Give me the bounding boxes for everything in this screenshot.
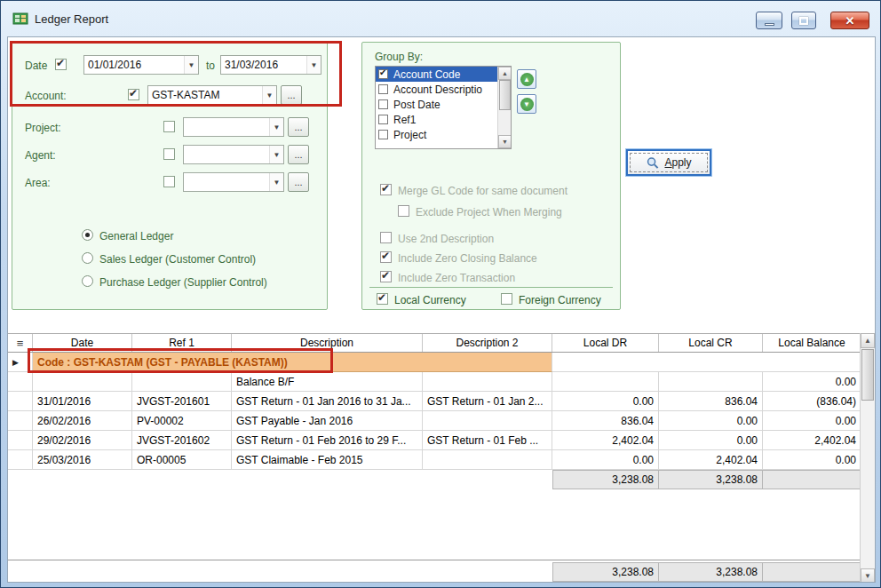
move-up-button[interactable]: ▲ [517,69,536,89]
agent-checkbox[interactable] [163,148,175,160]
account-combobox[interactable]: GST-KASTAM ▼ [147,85,277,105]
to-label: to [206,60,215,72]
cell-local-balance: 2,402.04 [763,431,861,450]
titlebar[interactable]: Ledger Report ✕ [1,1,880,36]
group-by-listbox[interactable]: Account Code Account Descriptio Post Dat… [375,66,512,149]
grand-total-local-dr: 3,238.08 [552,562,659,582]
grid-vertical-scrollbar[interactable]: ▲ ▼ [860,333,875,583]
project-checkbox[interactable] [163,121,175,132]
use-2nd-description-checkbox[interactable] [380,232,392,243]
exclude-project-label: Exclude Project When Merging [416,206,562,219]
item-checkbox[interactable] [378,84,388,94]
exclude-project-checkbox[interactable] [398,205,409,217]
subtotal-row: 3,238.08 3,238.08 [8,470,876,489]
group-by-item-project[interactable]: Project [376,127,511,142]
chevron-down-icon: ▼ [184,56,198,74]
sales-ledger-radio[interactable] [82,252,93,264]
column-header-ref1[interactable]: Ref 1 [132,334,232,352]
grand-total-footer: 3,238.08 3,238.08 [8,560,861,583]
general-ledger-radio[interactable] [82,229,93,241]
grand-total-local-cr: 3,238.08 [659,562,763,582]
close-button[interactable]: ✕ [830,12,869,29]
maximize-button[interactable] [791,12,816,29]
account-checkbox[interactable] [128,89,139,100]
group-by-label: Group By: [375,51,423,63]
agent-combobox[interactable]: ▼ [183,145,284,164]
agent-browse-button[interactable]: ... [288,145,309,164]
column-header-local-cr[interactable]: Local CR [659,334,763,352]
listbox-scrollbar[interactable]: ▲ ▼ [497,67,511,148]
table-row[interactable]: 26/02/2016 PV-00002 GST Payable - Jan 20… [8,411,876,431]
minimize-button[interactable] [756,12,782,29]
item-checkbox[interactable] [378,130,388,139]
column-header-date[interactable]: Date [33,334,132,352]
area-browse-button[interactable]: ... [288,172,309,192]
group-header-row[interactable]: ▶ Code : GST-KASTAM (GST - PAYABLE (KAST… [8,353,876,372]
purchase-ledger-radio[interactable] [82,275,93,287]
table-row[interactable]: Balance B/F 0.00 [8,372,876,392]
table-row[interactable]: 31/01/2016 JVGST-201601 GST Return - 01 … [8,392,876,411]
cell-ref [132,372,232,392]
scrollbar-thumb[interactable] [499,80,511,110]
item-checkbox[interactable] [378,115,388,124]
search-icon [646,156,660,170]
area-checkbox[interactable] [163,176,175,187]
include-zero-transaction-checkbox[interactable] [380,271,392,282]
table-row[interactable]: 29/02/2016 JVGST-201602 GST Return - 01 … [8,431,876,450]
group-by-item-account-code[interactable]: Account Code [376,67,511,82]
area-combobox[interactable]: ▼ [183,172,284,192]
cell-local-balance: (836.04) [763,392,861,411]
app-icon [12,12,28,26]
item-checkbox[interactable] [378,69,388,79]
chevron-down-icon: ▼ [269,146,283,163]
move-down-button[interactable]: ▼ [517,94,536,114]
date-to-combobox[interactable]: 31/03/2016 ▼ [220,55,321,75]
scroll-up-icon[interactable]: ▲ [498,67,512,80]
scroll-down-icon[interactable]: ▼ [498,135,512,148]
group-row-label: Code : GST-KASTAM (GST - PAYABLE (KASTAM… [33,353,552,372]
scroll-down-icon[interactable]: ▼ [861,568,875,583]
column-chooser-button[interactable]: ≡ [8,334,33,352]
column-header-description[interactable]: Description [232,334,423,352]
date-from-combobox[interactable]: 01/01/2016 ▼ [83,55,199,75]
cell-local-balance: 0.00 [763,450,861,470]
general-ledger-label: General Ledger [99,230,173,242]
apply-button[interactable]: Apply [626,149,711,176]
foreign-currency-checkbox[interactable] [501,293,512,305]
account-label: Account: [25,90,67,102]
date-checkbox[interactable] [55,59,67,70]
cell-description2 [423,372,552,392]
group-by-item-ref1[interactable]: Ref1 [376,112,511,127]
cell-description2: GST Return - 01 Jan 2... [423,392,552,411]
cell-ref: PV-00002 [132,411,232,431]
column-header-description2[interactable]: Description 2 [423,334,552,352]
area-label: Area: [25,177,51,189]
cell-description2 [423,411,552,431]
minimize-icon [765,23,774,26]
use-2nd-description-label: Use 2nd Description [398,233,494,245]
column-header-local-balance[interactable]: Local Balance [763,334,861,352]
project-browse-button[interactable]: ... [288,117,309,137]
subtotal-local-dr: 3,238.08 [552,470,659,489]
item-checkbox[interactable] [378,99,388,109]
window-title: Ledger Report [35,12,108,26]
group-by-item-account-description[interactable]: Account Descriptio [376,82,511,97]
agent-label: Agent: [25,149,56,162]
merge-gl-checkbox[interactable] [380,184,392,195]
group-by-item-post-date[interactable]: Post Date [376,97,511,112]
project-combobox[interactable]: ▼ [183,117,284,137]
table-row[interactable]: 25/03/2016 OR-00005 GST Claimable - Feb … [8,450,876,470]
cell-date [33,372,132,392]
cell-description: GST Return - 01 Feb 2016 to 29 F... [232,431,423,450]
cell-description: Balance B/F [232,372,423,392]
column-header-local-dr[interactable]: Local DR [552,334,659,352]
options-groupbox: Group By: Account Code Account Descripti… [361,42,621,310]
cell-local-dr: 2,402.04 [552,431,659,450]
merge-gl-label: Merge GL Code for same document [398,185,567,197]
scrollbar-thumb[interactable] [861,349,874,401]
local-currency-checkbox[interactable] [377,293,388,305]
include-zero-closing-checkbox[interactable] [380,251,392,263]
project-label: Project: [25,122,61,134]
account-browse-button[interactable]: ... [281,85,302,105]
scroll-up-icon[interactable]: ▲ [861,333,875,348]
